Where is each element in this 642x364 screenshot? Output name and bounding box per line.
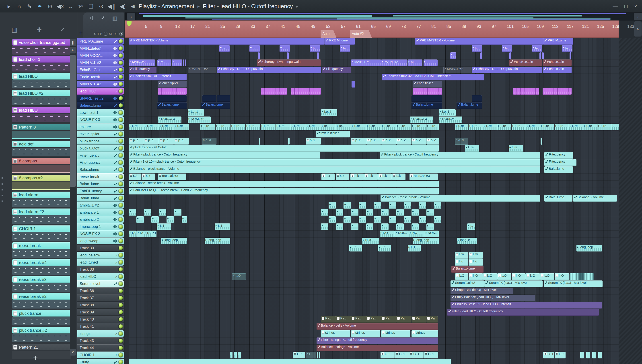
mute-tool-icon[interactable]: ◀× xyxy=(56,0,64,12)
pattern-scrollbar[interactable]: ❚ ∧ ∨ xyxy=(70,39,76,356)
pattern-preview[interactable] xyxy=(12,266,71,275)
track-row[interactable]: Balanc..lume xyxy=(77,102,124,109)
playlist-clip[interactable]: ener..tiplier xyxy=(413,81,442,88)
playlist-clip[interactable]: Echo..tGain xyxy=(542,60,572,66)
track-row[interactable]: lead..tuned♪ xyxy=(77,259,124,266)
pattern-header[interactable]: pluck trance xyxy=(12,310,71,316)
playlist-clip[interactable]: ▸ xyxy=(336,209,344,216)
playlist-clip[interactable]: ▸t..re xyxy=(509,145,523,152)
playlist-clip[interactable]: ▸te.. xyxy=(321,124,336,130)
playlist-clip[interactable]: l..O xyxy=(512,273,526,280)
minimap-strip[interactable] xyxy=(136,13,633,20)
step-checkbox[interactable] xyxy=(104,32,108,36)
playlist-clip[interactable]: ▸t..re xyxy=(455,124,468,130)
playlist-clip[interactable]: C..1 xyxy=(409,352,424,358)
track-led-button[interactable] xyxy=(119,203,123,208)
track-row[interactable]: ambia..1 #2 xyxy=(77,202,124,209)
piano-view-icon[interactable]: ▥ xyxy=(112,15,117,22)
playlist-clip[interactable]: ▸ xyxy=(329,216,336,223)
playlist-clip[interactable]: C..1 xyxy=(380,352,395,358)
track-row[interactable]: Track 33 xyxy=(77,266,124,273)
playlist-clip[interactable]: ▸ xyxy=(336,224,344,230)
playlist-clip[interactable]: ▸ xyxy=(151,216,159,223)
playlist-clip[interactable]: r..4 xyxy=(336,174,349,180)
playlist-clip[interactable]: EchoB..tGain xyxy=(509,60,542,66)
playlist-clip[interactable]: ×NOS.. xyxy=(136,230,144,237)
playlist-clip[interactable]: Pa.. xyxy=(426,316,438,323)
track-led-button[interactable] xyxy=(119,267,123,272)
playlist-clip[interactable]: Balance - pluck trance - Volume xyxy=(129,166,540,173)
pattern-item[interactable]: reese break #3 xyxy=(12,276,71,292)
playlist-clip[interactable]: Pa.. xyxy=(396,316,411,323)
pattern-header[interactable]: Pattern 21 xyxy=(12,344,71,350)
pattern-header[interactable]: lead alarm xyxy=(12,192,71,198)
playlist-clip[interactable] xyxy=(230,352,233,358)
playlist-clip[interactable]: ▸Lo..1 xyxy=(321,110,337,116)
playlist-clip[interactable]: Balance - reese break - Volume xyxy=(129,181,439,187)
track-led-button[interactable] xyxy=(119,175,123,179)
track-row[interactable]: Serum..level xyxy=(77,280,124,287)
playlist-clip[interactable]: SerumFX (lea..) - Mix level xyxy=(544,280,602,287)
playlist-clip[interactable]: EchoBoy - DEL - InputGain xyxy=(257,60,321,66)
pattern-item[interactable]: lead choir 1 xyxy=(12,56,71,72)
pattern-item[interactable]: voice choir trance ggated xyxy=(12,39,71,54)
zoom-tool-icon[interactable]: ⊙ xyxy=(97,0,105,12)
playlist-clip[interactable]: r..k xyxy=(350,174,364,180)
playlist-clip[interactable]: ▸r.. xyxy=(249,45,260,52)
track-row[interactable]: Impac..eep 1 xyxy=(77,223,124,230)
playlist-clip[interactable]: ▸ xyxy=(321,209,328,216)
playlist-scroll-up-icon[interactable]: ∧ xyxy=(634,22,641,36)
playlist-clip[interactable]: Pa.. xyxy=(411,316,426,323)
playlist-clip[interactable]: ▸ xyxy=(404,202,411,209)
playlist-clip[interactable]: ▸ xyxy=(359,216,366,223)
pattern-header[interactable]: CHOIR 1 xyxy=(12,226,71,232)
playlist-clip[interactable]: Fruity Balance (lead HILO) - Mix level xyxy=(450,295,535,302)
track-row[interactable]: SNARE..se #2 xyxy=(77,95,124,102)
playlist-clip[interactable]: ▸MAIN..#2 xyxy=(381,60,407,66)
pattern-item[interactable]: 8 compas xyxy=(12,158,71,173)
pattern-header[interactable]: Pattern 8 xyxy=(12,124,71,130)
playlist-clip[interactable]: ▸r.. xyxy=(280,45,290,52)
playlist-clip[interactable] xyxy=(413,88,442,95)
playlist-clip[interactable]: PRE MASTER - Volume xyxy=(415,38,543,45)
track-led-button[interactable] xyxy=(119,353,123,357)
playlist-clip[interactable]: Balan..lume xyxy=(456,102,481,109)
playlist-clip[interactable] xyxy=(509,52,511,59)
playlist-clip[interactable]: Balance..- Volume xyxy=(573,195,617,202)
playlist-clip[interactable]: ▸MAIN..#2 xyxy=(129,60,155,66)
pattern-item[interactable]: pluck trance #2 xyxy=(12,327,71,342)
playlist-clip[interactable]: Pa.. xyxy=(381,316,396,323)
track-led-button[interactable] xyxy=(119,210,123,214)
playlist-clip[interactable]: ▸ xyxy=(321,224,328,230)
track-led-button[interactable] xyxy=(119,246,123,250)
playlist-clip[interactable]: Bala..lume xyxy=(544,166,573,173)
time-marker[interactable]: Auto #2 xyxy=(350,30,372,38)
paint-tool-icon[interactable]: ✒ xyxy=(36,0,44,12)
track-led-button[interactable] xyxy=(119,82,123,86)
playlist-clip[interactable]: ×a..d xyxy=(455,138,468,144)
track-row[interactable]: MAIN V..L #2 xyxy=(77,59,124,66)
track-row[interactable]: reese break♪ xyxy=(77,173,124,180)
timeline-ruler-band[interactable] xyxy=(125,20,618,38)
pattern-preview[interactable] xyxy=(12,283,71,292)
playlist-clip[interactable]: Filter (Slot 10) - pluck trance - Cutoff… xyxy=(129,159,540,166)
playlist-clip[interactable]: ▸t..re xyxy=(497,124,511,130)
playlist-clip[interactable]: Echo..tGain xyxy=(542,66,572,73)
speaker-icon[interactable]: ◀) xyxy=(119,0,127,12)
track-led-button[interactable] xyxy=(119,218,123,222)
playlist-clip[interactable]: ▸ xyxy=(174,209,182,216)
track-row[interactable]: Bala..olume xyxy=(77,166,124,173)
playlist-clip[interactable]: p..e xyxy=(129,138,144,144)
track-row[interactable]: Track 40 xyxy=(77,316,124,323)
playlist-clip[interactable]: ▸t..re xyxy=(381,124,396,130)
snap-magnet-icon[interactable]: ∩ xyxy=(15,0,23,12)
playlist-clip[interactable]: ▸t..re xyxy=(144,124,159,130)
pattern-header[interactable]: voice choir trance ggated xyxy=(12,39,71,46)
playlist-clip[interactable]: ▸t..re xyxy=(306,124,321,130)
playlist-clip[interactable]: ▸long..eep xyxy=(205,238,231,244)
playlist-clip[interactable]: ▸t..re xyxy=(231,124,245,130)
playlist-clip[interactable]: ▸t..re xyxy=(246,124,261,130)
pattern-preview[interactable] xyxy=(12,164,71,173)
track-led-button[interactable] xyxy=(119,274,123,279)
playlist-clip[interactable]: pluck trance - Fil Cutoff xyxy=(129,145,439,152)
